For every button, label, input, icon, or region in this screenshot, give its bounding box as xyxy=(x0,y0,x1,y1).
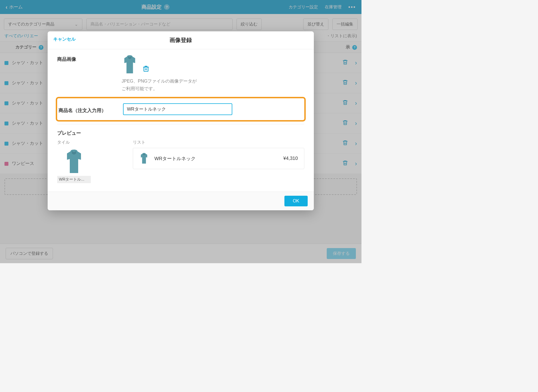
product-image-thumbnail[interactable] xyxy=(122,55,138,74)
svg-rect-0 xyxy=(144,67,148,71)
modal-body: 商品画像 JPEG、PNGファイルの画像データが ご利用可能です。 xyxy=(48,49,314,192)
modal-footer: OK xyxy=(48,192,314,210)
modal-header: キャンセル 画像登録 xyxy=(48,31,314,49)
list-preview: WRタートルネック ¥4,310 xyxy=(133,148,304,169)
list-preview-name: WRタートルネック xyxy=(154,155,278,162)
image-register-modal: キャンセル 画像登録 商品画像 JPEG、PNGファイルの画像データが xyxy=(48,31,314,210)
delete-image-button[interactable] xyxy=(142,65,150,73)
product-name-label: 商品名（注文入力用） xyxy=(59,105,123,114)
modal-overlay: キャンセル 画像登録 商品画像 JPEG、PNGファイルの画像データが xyxy=(0,0,361,263)
image-hint-line2: ご利用可能です。 xyxy=(122,85,304,92)
tile-preview-name: WRタートル... xyxy=(57,176,91,183)
tile-preview-image xyxy=(57,148,91,176)
list-preview-price: ¥4,310 xyxy=(283,156,298,161)
modal-title: 画像登録 xyxy=(170,37,192,43)
list-preview-image xyxy=(139,153,149,164)
list-preview-label: リスト xyxy=(133,140,304,145)
tile-preview-label: タイル xyxy=(57,140,122,145)
preview-section: プレビュー タイル WRタートル... リスト xyxy=(57,124,304,192)
product-image-section: 商品画像 JPEG、PNGファイルの画像データが ご利用可能です。 xyxy=(57,49,304,98)
cancel-button[interactable]: キャンセル xyxy=(53,36,76,42)
ok-button[interactable]: OK xyxy=(284,196,308,206)
highlighted-name-section: 商品名（注文入力用） xyxy=(56,97,306,122)
preview-heading: プレビュー xyxy=(57,130,304,136)
product-image-label: 商品画像 xyxy=(57,55,122,92)
tile-preview: WRタートル... xyxy=(57,148,91,183)
product-name-input[interactable] xyxy=(123,103,232,115)
image-hint-line1: JPEG、PNGファイルの画像データが xyxy=(122,77,304,85)
